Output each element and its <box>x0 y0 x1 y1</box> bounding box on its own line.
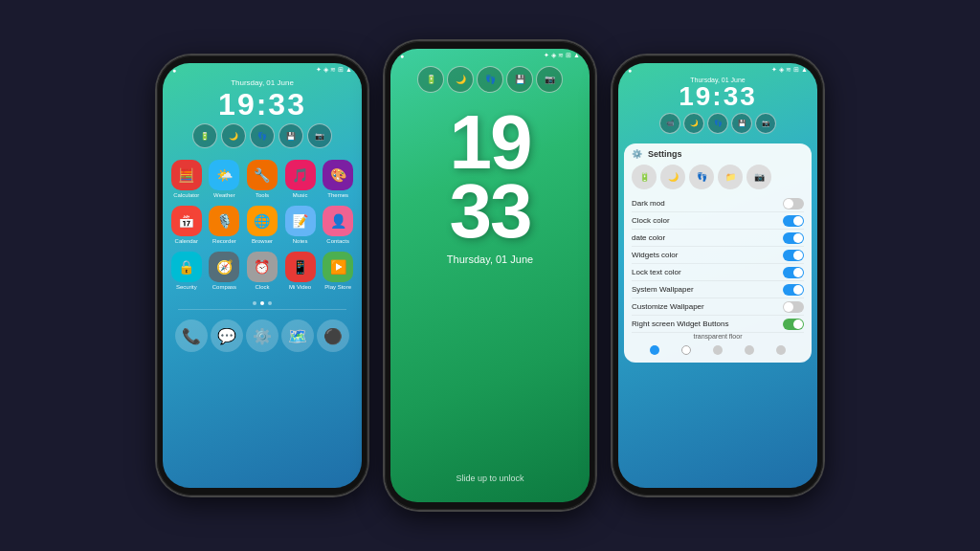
floor-dot-3[interactable] <box>713 345 723 355</box>
settings-icon-row: 🔋 🌙 👣 📁 📷 <box>632 165 804 189</box>
phones-container: ● ✦ ◈ ≋ ⊞ ▲ Thursday, 01 June 19:33 🔋 🌙 … <box>0 0 980 551</box>
phone-1-bg: ● ✦ ◈ ≋ ⊞ ▲ Thursday, 01 June 19:33 🔋 🌙 … <box>163 63 362 488</box>
widget-icon-storage: 💾 <box>278 123 303 148</box>
dock-maps[interactable]: 🗺️ <box>281 320 314 352</box>
page-dots-1 <box>163 301 362 305</box>
settings-btn-battery[interactable]: 🔋 <box>632 165 657 189</box>
app-calculator[interactable]: 🧮 Calculator <box>170 160 203 198</box>
settings-title: Settings <box>648 149 682 159</box>
floor-label: transparent floor <box>632 333 804 340</box>
floor-dot-1[interactable] <box>650 345 659 355</box>
setting-lock-text-label: Lock text color <box>632 268 681 276</box>
app-compass[interactable]: 🧭 Compass <box>209 252 241 290</box>
toggle-knob-date <box>793 233 803 243</box>
app-mi-video[interactable]: 📱 Mi Video <box>284 252 317 290</box>
settings-panel: ⚙️ Settings 🔋 🌙 👣 📁 📷 Dark mod <box>624 143 812 363</box>
app-browser[interactable]: 🌐 Browser <box>246 206 278 244</box>
app-clock[interactable]: ⏰ Clock <box>246 252 278 290</box>
transparent-floor <box>632 342 804 357</box>
setting-system-wallpaper-label: System Wallpaper <box>632 285 694 294</box>
lock-widget-moon: 🌙 <box>447 66 474 93</box>
gear-icon: ⚙️ <box>632 149 642 159</box>
toggle-customize-wallpaper[interactable] <box>783 301 804 313</box>
lock-time-min: 33 <box>450 177 531 246</box>
lock-widget-camera: 📷 <box>536 66 563 93</box>
phone-3-screen: ● ✦ ◈ ≋ ⊞ ▲ Thursday, 01 June 19:33 📹 🌙 … <box>618 63 817 488</box>
phone-1: ● ✦ ◈ ≋ ⊞ ▲ Thursday, 01 June 19:33 🔋 🌙 … <box>157 55 368 496</box>
widget-icon-moon: 🌙 <box>221 123 246 148</box>
setting-dark-mod: Dark mod <box>632 195 804 212</box>
s-icon-3: 👣 <box>707 113 728 134</box>
status-left-2: ● <box>400 53 404 59</box>
setting-clock-color-label: Clock color <box>632 216 670 225</box>
settings-btn-camera[interactable]: 📷 <box>746 165 771 189</box>
phone-1-screen: ● ✦ ◈ ≋ ⊞ ▲ Thursday, 01 June 19:33 🔋 🌙 … <box>163 63 362 488</box>
setting-system-wallpaper: System Wallpaper <box>632 281 804 298</box>
settings-btn-moon[interactable]: 🌙 <box>660 165 685 189</box>
s-icon-5: 📷 <box>755 113 776 134</box>
status-bar-1: ● ✦ ◈ ≋ ⊞ ▲ <box>163 63 362 77</box>
s-icon-4: 💾 <box>731 113 752 134</box>
toggle-knob-right <box>793 320 803 329</box>
dock-settings[interactable]: ⚙️ <box>246 320 278 352</box>
app-weather[interactable]: 🌤️ Weather <box>209 160 241 198</box>
toggle-clock-color[interactable] <box>783 215 804 227</box>
setting-date-color-label: date color <box>632 233 665 242</box>
s-icons-row: 📹 🌙 👣 💾 📷 <box>626 113 810 134</box>
phone-2-screen: ● ✦ ◈ ≋ ⊞ ▲ 🔋 🌙 👣 💾 📷 19 33 Thur <box>390 49 590 502</box>
app-grid-1: 🧮 Calculator 🌤️ Weather 🔧 Tools 🎵 Music <box>163 152 362 206</box>
toggle-dark-mod[interactable] <box>783 198 804 209</box>
setting-right-widget-label: Right screen Widget Buttons <box>632 320 728 328</box>
dot-1 <box>253 301 256 305</box>
widget-icon-battery: 🔋 <box>192 123 217 148</box>
phone-3: ● ✦ ◈ ≋ ⊞ ▲ Thursday, 01 June 19:33 📹 🌙 … <box>612 55 823 496</box>
toggle-system-wallpaper[interactable] <box>783 284 804 296</box>
settings-btn-steps[interactable]: 👣 <box>689 165 714 189</box>
app-grid-2: 📅 Calendar 🎙️ Recorder 🌐 Browser 📝 Notes <box>163 206 362 252</box>
app-grid-3: 🔒 Security 🧭 Compass ⏰ Clock 📱 Mi Video <box>163 252 362 298</box>
dock-phone[interactable]: 📞 <box>175 320 208 352</box>
s-icon-1: 📹 <box>659 113 680 134</box>
settings-header: ⚙️ Settings <box>632 149 804 159</box>
slide-unlock: Slide up to unlock <box>456 474 523 483</box>
widget-icon-camera: 📷 <box>307 123 332 148</box>
widget-time-1: 19:33 <box>170 89 354 120</box>
toggle-widgets-color[interactable] <box>783 250 804 261</box>
lock-widget-steps: 👣 <box>477 66 503 93</box>
app-tools[interactable]: 🔧 Tools <box>246 160 278 198</box>
dock-divider-1 <box>178 309 346 310</box>
app-notes[interactable]: 📝 Notes <box>284 206 317 244</box>
app-themes[interactable]: 🎨 Themes <box>322 160 354 198</box>
dock-1: 📞 💬 ⚙️ 🗺️ ⚫ <box>163 314 362 358</box>
settings-btn-folder[interactable]: 📁 <box>718 165 743 189</box>
toggle-right-widget[interactable] <box>783 319 804 330</box>
setting-clock-color: Clock color <box>632 212 804 230</box>
widget-icons-1: 🔋 🌙 👣 💾 📷 <box>170 123 354 148</box>
app-music[interactable]: 🎵 Music <box>284 160 317 198</box>
lock-widget-storage: 💾 <box>506 66 533 93</box>
app-contacts[interactable]: 👤 Contacts <box>322 206 354 244</box>
app-play-store[interactable]: ▶️ Play Store <box>322 252 354 290</box>
toggle-knob-widgets <box>793 251 803 260</box>
lock-widget-battery: 🔋 <box>417 66 444 93</box>
setting-widgets-color: Widgets color <box>632 247 804 264</box>
floor-dot-2[interactable] <box>681 345 691 355</box>
app-calendar[interactable]: 📅 Calendar <box>170 206 203 244</box>
status-bar-3: ● ✦ ◈ ≋ ⊞ ▲ <box>618 63 817 77</box>
toggle-knob-customize <box>784 302 793 312</box>
s-icon-2: 🌙 <box>683 113 704 134</box>
s-time: 19:33 <box>626 83 810 110</box>
dot-2 <box>260 301 264 305</box>
dock-app5[interactable]: ⚫ <box>317 320 349 352</box>
lock-widgets-row: 🔋 🌙 👣 💾 📷 <box>417 66 563 93</box>
app-recorder[interactable]: 🎙️ Recorder <box>209 206 241 244</box>
toggle-lock-text[interactable] <box>783 267 804 278</box>
status-left-1: ● <box>172 67 176 74</box>
toggle-date-color[interactable] <box>783 232 804 244</box>
lock-date: Thursday, 01 June <box>447 253 533 265</box>
app-security[interactable]: 🔒 Security <box>170 252 203 290</box>
dock-messages[interactable]: 💬 <box>211 320 243 352</box>
floor-dot-4[interactable] <box>745 345 754 355</box>
floor-dot-5[interactable] <box>776 345 786 355</box>
status-bar-2: ● ✦ ◈ ≋ ⊞ ▲ <box>390 49 590 62</box>
